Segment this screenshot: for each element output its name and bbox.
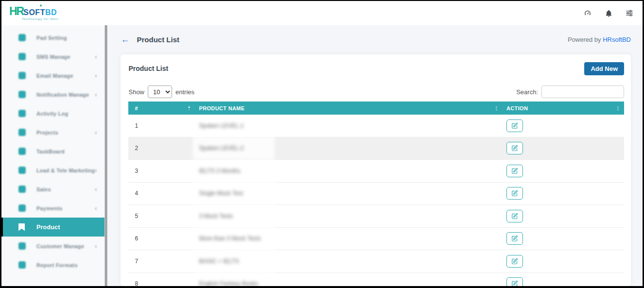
back-arrow-icon[interactable]: ← [121,35,129,44]
droplet-icon [18,34,26,41]
row-number: 3 [128,168,195,174]
column-header-action[interactable]: ACTION ▲▼ [503,102,624,115]
logo-tagline: Technology for Next [22,17,59,20]
sidebar-item-sms-manage[interactable]: SMS Manage ‹ [1,47,104,66]
sidebar-item-label: Sales [36,186,51,192]
chevron-left-icon: ‹ [95,53,97,60]
sidebar-item-label: SMS Manage [36,54,70,60]
edit-button[interactable] [506,277,523,286]
edit-button[interactable] [506,119,523,132]
row-number: 5 [128,213,195,220]
chevron-left-icon: ‹ [95,129,97,136]
sidebar-item-label: Email Manage [36,73,73,79]
credit-card-icon [18,204,26,212]
row-number: 1 [128,122,195,129]
users-icon [18,242,26,250]
sidebar-item-label: Product [36,224,60,231]
logo-arrow-icon: ▲ [39,3,43,7]
table-row: 3 IELTS 3 Months [128,160,624,183]
edit-button[interactable] [506,255,523,268]
add-new-button[interactable]: Add New [584,62,624,75]
product-name-cell: Single Mock Test [195,190,503,197]
edit-button[interactable] [506,232,523,245]
sidebar-item-payments[interactable]: Payments ‹ [1,199,104,218]
column-header-number[interactable]: # ▲▼ [128,102,195,115]
product-name-cell: 3 Mock Tests [195,213,503,220]
mobile-icon [18,53,26,60]
sidebar-item-pad-setting[interactable]: Pad Setting [1,28,104,47]
page-size-select[interactable]: 10 [148,85,172,98]
product-name-cell: More than 3 Mock Tests [195,235,503,242]
logo-h: HR [9,5,23,17]
page-title: Product List [137,35,179,44]
sidebar: Pad Setting SMS Manage ‹ Email Manage ‹ … [1,25,104,286]
board-icon [18,148,26,155]
product-name-cell: IELTS 3 Months [195,168,503,174]
search-label: Search: [516,88,538,96]
edit-button[interactable] [506,210,523,222]
table-row: 8 English Fantasy Books [128,273,624,287]
show-label: Show [128,88,144,96]
row-number: 2 [128,145,195,152]
table-header: # ▲▼ PRODUCT NAME ▲▼ ACTION ▲▼ [128,102,624,115]
sidebar-item-report-formats[interactable]: Report Formats [1,255,104,274]
sidebar-item-taskboard[interactable]: TaskBoard [1,142,104,161]
table-row: 2 Spoken LEVEL-2 [128,137,624,160]
top-navbar: HRSOFTBD ▲ Technology for Next [1,1,643,25]
logo-bd: BD [45,8,57,17]
sort-icon: ▲▼ [495,105,498,111]
search-input[interactable] [541,85,624,98]
sidebar-item-lead-tele-marketing[interactable]: Lead & Tele Marketing ‹ [1,161,104,180]
logo-soft: SOFT [23,8,45,17]
page-header: ← Product List Powered by HRsoftBD [121,31,631,48]
card-title: Product List [128,62,168,72]
row-number: 8 [128,280,195,286]
row-number: 6 [128,235,195,242]
sidebar-item-activity-log[interactable]: Activity Log [1,104,104,123]
entries-label: entries [175,88,194,96]
gauge-icon[interactable] [582,8,593,18]
table-row: 7 BASIC + IELTS [128,250,624,273]
file-icon [18,261,26,269]
edit-button[interactable] [506,165,523,177]
sidebar-item-label: Activity Log [36,111,68,117]
edit-button[interactable] [506,187,523,200]
table-row: 4 Single Mock Test [128,183,624,205]
chevron-left-icon: ‹ [95,72,97,79]
table-row: 1 Spoken LEVEL-1 [128,115,624,137]
product-list-card: Product List Add New Show 10 entries Sea… [121,54,631,286]
row-number: 7 [128,258,195,265]
sidebar-item-label: Customer Manage [36,243,84,249]
powered-by-link[interactable]: HRsoftBD [603,36,631,43]
sidebar-item-label: Notification Manage [36,92,89,98]
chevron-left-icon: ‹ [95,186,97,192]
bell-icon [18,91,26,98]
sidebar-item-customer-manage[interactable]: Customer Manage ‹ [1,237,104,255]
sidebar-item-projects[interactable]: Projects ‹ [1,123,104,142]
table-body: 1 Spoken LEVEL-1 2 Spoken LEVEL-2 [128,115,624,286]
sidebar-item-product[interactable]: Product [1,218,104,237]
sidebar-item-sales[interactable]: Sales ‹ [1,180,104,199]
app-logo[interactable]: HRSOFTBD ▲ Technology for Next [9,6,59,20]
chevron-left-icon: ‹ [95,91,97,98]
clock-icon [18,110,26,117]
sliders-icon[interactable] [624,8,635,18]
sidebar-item-label: Report Formats [36,262,78,268]
sort-icon: ▲▼ [188,105,191,111]
main-content: ← Product List Powered by HRsoftBD Produ… [107,25,643,286]
bookmark-icon [18,223,25,231]
app-window: HRSOFTBD ▲ Technology for Next [0,0,644,288]
sidebar-item-label: Payments [36,205,63,211]
edit-button[interactable] [506,142,523,154]
sidebar-item-label: TaskBoard [36,149,65,154]
sidebar-item-email-manage[interactable]: Email Manage ‹ [1,66,104,85]
powered-by: Powered by HRsoftBD [568,36,631,43]
sidebar-item-notification-manage[interactable]: Notification Manage ‹ [1,85,104,104]
column-header-product-name[interactable]: PRODUCT NAME ▲▼ [195,102,503,115]
chevron-left-icon: ‹ [95,205,97,211]
bell-icon[interactable] [603,8,614,18]
sidebar-item-label: Pad Setting [36,35,67,41]
chart-icon [18,186,26,193]
sidebar-item-label: Projects [36,130,58,136]
product-name-cell: Spoken LEVEL-2 [195,145,503,152]
